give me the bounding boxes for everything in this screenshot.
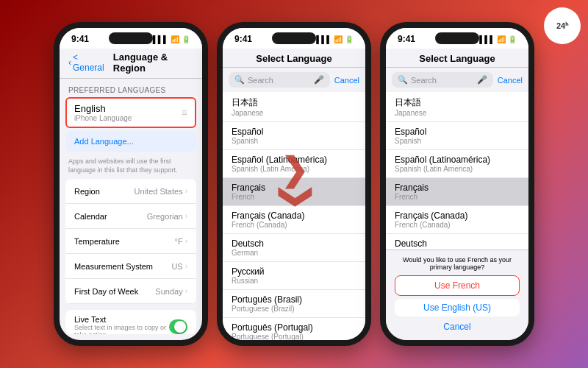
select-lang-title-2: Select Language [223, 49, 365, 68]
confirm-question: Would you like to use French as your pri… [395, 256, 520, 271]
english-lang-sub: iPhone Language [74, 114, 132, 122]
first-day-row[interactable]: First Day of Week Sunday › [65, 279, 196, 304]
preferred-languages-header: PREFERRED LANGUAGES [60, 79, 202, 97]
language-list-3: 日本語 Japanese Español Spanish Español (La… [386, 92, 528, 250]
live-text-group: Live Text Select text in images to copy … [65, 310, 196, 334]
list-item[interactable]: Deutsch German [223, 234, 365, 262]
confirm-panel: Would you like to use French as your pri… [386, 250, 528, 340]
list-item-francais[interactable]: Français French [223, 178, 365, 206]
dynamic-island-3 [435, 32, 479, 44]
calendar-row[interactable]: Calendar Gregorian › [65, 204, 196, 229]
search-input-2[interactable]: 🔍 Search 🎤 [229, 72, 330, 88]
settings-group-1: Region United States › Calendar Gregoria… [65, 179, 196, 304]
screen-1: ‹ < General Language & Region PREFERRED … [60, 49, 202, 340]
list-item[interactable]: Deutsch German [386, 234, 528, 250]
mic-icon-3: 🎤 [477, 75, 487, 85]
add-language-btn[interactable]: Add Language... [65, 131, 196, 152]
reorder-icon: ≡ [182, 107, 187, 118]
live-text-label: Live Text [74, 315, 169, 324]
status-icons-1: ▌▌▌ 📶 🔋 [153, 35, 190, 43]
search-bar-3: 🔍 Search 🎤 Cancel [386, 68, 528, 92]
search-cancel-3[interactable]: Cancel [498, 76, 523, 85]
live-text-toggle[interactable] [169, 319, 187, 334]
live-text-sub: Select text in images to copy or take ac… [74, 324, 169, 334]
phone-select-language-3: 9:41 ▌▌▌ 📶 🔋 Select Language 🔍 Search 🎤 … [380, 22, 534, 346]
confirm-cancel-btn[interactable]: Cancel [395, 319, 520, 334]
english-lang-name: English [74, 103, 132, 114]
list-item[interactable]: Português (Portugal) Portuguese (Portuga… [223, 318, 365, 340]
nav-title-1: Language & Region [113, 52, 193, 74]
list-item[interactable]: Français (Canada) French (Canada) [223, 206, 365, 234]
list-item[interactable]: Español (Latinoamérica) Spanish (Latin A… [386, 150, 528, 178]
status-bar-2: 9:41 ▌▌▌ 📶 🔋 [223, 28, 365, 49]
time-3: 9:41 [398, 34, 415, 44]
live-text-row[interactable]: Live Text Select text in images to copy … [65, 310, 196, 334]
language-list-2: 日本語 Japanese Español Spanish Español (La… [223, 92, 365, 340]
list-item[interactable]: Español Spanish [223, 122, 365, 150]
add-lang-note: Apps and websites will use the first lan… [60, 158, 202, 179]
temperature-row[interactable]: Temperature °F › [65, 229, 196, 254]
select-lang-title-3: Select Language [386, 49, 528, 68]
status-icons-3: ▌▌▌ 📶 🔋 [479, 35, 517, 43]
region-row[interactable]: Region United States › [65, 179, 196, 204]
list-item[interactable]: 日本語 Japanese [223, 92, 365, 122]
search-bar-2: 🔍 Search 🎤 Cancel [223, 68, 365, 92]
search-cancel-2[interactable]: Cancel [334, 76, 359, 85]
watermark: 24ʰ [544, 7, 581, 44]
list-item[interactable]: Español (Latinoamérica) Spanish (Latin A… [223, 150, 365, 178]
screen-3: Select Language 🔍 Search 🎤 Cancel 日本語 Ja… [386, 49, 528, 340]
back-btn-1[interactable]: ‹ < General [68, 52, 107, 73]
list-item[interactable]: Español Spanish [386, 122, 528, 150]
status-bar-3: 9:41 ▌▌▌ 📶 🔋 [386, 28, 528, 49]
measurement-row[interactable]: Measurement System US › [65, 254, 196, 279]
search-input-3[interactable]: 🔍 Search 🎤 [392, 72, 493, 88]
use-english-btn[interactable]: Use English (US) [395, 299, 520, 316]
use-french-btn[interactable]: Use French [395, 275, 520, 296]
list-item[interactable]: Português (Brasil) Portuguese (Brazil) [223, 290, 365, 318]
screen-2: Select Language 🔍 Search 🎤 Cancel 日本語 Ja… [223, 49, 365, 340]
time-2: 9:41 [234, 34, 252, 44]
list-item-francais-3[interactable]: Français French [386, 178, 528, 206]
list-item[interactable]: Français (Canada) French (Canada) [386, 206, 528, 234]
phone-language-region: 9:41 ▌▌▌ 📶 🔋 ‹ < General Language & Regi… [54, 22, 208, 346]
english-language-row[interactable]: English iPhone Language ≡ [65, 97, 196, 128]
dynamic-island-2 [272, 32, 316, 44]
status-bar-1: 9:41 ▌▌▌ 📶 🔋 [60, 28, 202, 49]
dynamic-island-1 [109, 32, 153, 44]
mic-icon-2: 🎤 [314, 75, 324, 85]
phone-select-language-2: 9:41 ▌▌▌ 📶 🔋 Select Language 🔍 Search 🎤 … [217, 22, 371, 346]
list-item[interactable]: 日本語 Japanese [386, 92, 528, 122]
status-icons-2: ▌▌▌ 📶 🔋 [316, 35, 354, 43]
nav-bar-1: ‹ < General Language & Region [60, 49, 202, 79]
time-1: 9:41 [71, 34, 89, 44]
list-item[interactable]: Русский Russian [223, 262, 365, 290]
